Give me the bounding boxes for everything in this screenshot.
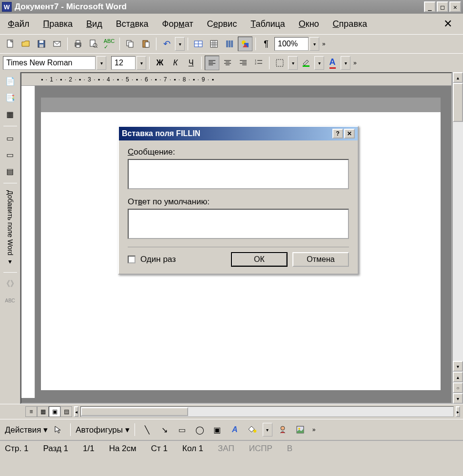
wordart-button[interactable]: A bbox=[228, 422, 242, 437]
scroll-thumb[interactable] bbox=[453, 83, 463, 122]
paragraph-marks-button[interactable]: ¶ bbox=[259, 37, 273, 51]
align-center-button[interactable] bbox=[220, 56, 235, 70]
menu-table[interactable]: Таблица bbox=[251, 19, 285, 29]
insert-image-button[interactable] bbox=[293, 422, 308, 437]
view-outline-button[interactable]: ▤ bbox=[60, 406, 72, 417]
line-button[interactable]: ╲ bbox=[140, 422, 154, 437]
hscroll-right-button[interactable]: ▸ bbox=[456, 406, 460, 417]
browse-object-button[interactable]: ○ bbox=[453, 382, 463, 393]
hscroll-thumb[interactable] bbox=[81, 407, 188, 416]
table-button[interactable] bbox=[191, 37, 206, 51]
menu-tools[interactable]: Сервис bbox=[207, 19, 237, 29]
fill-color-dropdown[interactable]: ▾ bbox=[263, 423, 272, 436]
print-button[interactable] bbox=[71, 37, 85, 51]
font-name-input[interactable]: Times New Roman bbox=[3, 56, 96, 70]
menu-window[interactable]: Окно bbox=[299, 19, 319, 29]
minimize-button[interactable]: _ bbox=[424, 1, 436, 12]
clip-art-button[interactable] bbox=[275, 422, 290, 437]
border-dropdown[interactable]: ▾ bbox=[288, 56, 298, 70]
drawing-button[interactable] bbox=[238, 37, 252, 51]
vertical-ruler[interactable] bbox=[21, 86, 35, 398]
add-word-field-button[interactable]: Добавить поле Word ▾ bbox=[6, 188, 14, 267]
menu-help[interactable]: Справка bbox=[333, 19, 367, 29]
side-btn-4[interactable]: ▭ bbox=[3, 131, 18, 145]
close-document-button[interactable]: ✕ bbox=[441, 18, 455, 30]
pilcrow-icon: ¶ bbox=[264, 39, 269, 49]
underline-button[interactable]: Ч bbox=[184, 56, 198, 70]
border-button[interactable] bbox=[272, 56, 287, 70]
side-btn-5[interactable]: ▭ bbox=[3, 148, 18, 161]
oval-button[interactable]: ◯ bbox=[193, 422, 207, 437]
side-btn-3[interactable]: ▦ bbox=[3, 107, 18, 121]
cancel-button[interactable]: Отмена bbox=[292, 252, 349, 267]
menu-insert[interactable]: Вставка bbox=[116, 19, 149, 29]
arrow-button[interactable]: ↘ bbox=[157, 422, 172, 437]
close-button[interactable]: ✕ bbox=[449, 1, 461, 12]
align-left-button[interactable] bbox=[205, 56, 219, 70]
open-button[interactable] bbox=[19, 37, 33, 51]
svg-rect-24 bbox=[229, 40, 231, 47]
dialog-help-button[interactable]: ? bbox=[332, 129, 343, 139]
ok-button[interactable]: ОК bbox=[231, 252, 288, 267]
view-print-button[interactable]: ▣ bbox=[49, 406, 60, 417]
side-btn-1[interactable]: 📄 bbox=[3, 74, 18, 88]
undo-button[interactable]: ↶ bbox=[159, 37, 174, 51]
view-web-button[interactable]: ▦ bbox=[37, 406, 49, 417]
dialog-close-button[interactable]: ✕ bbox=[344, 129, 355, 139]
new-doc-button[interactable] bbox=[3, 37, 18, 51]
horizontal-ruler[interactable]: ▪ · 1 · ▪ · 2 · ▪ · 3 · ▪ · 4 · ▪ · 5 · … bbox=[21, 73, 451, 86]
zoom-value[interactable]: 100% bbox=[274, 37, 309, 51]
menu-file[interactable]: Файл bbox=[8, 19, 29, 29]
font-size-dropdown[interactable]: ▾ bbox=[136, 56, 146, 70]
side-btn-abc[interactable]: ABC bbox=[3, 294, 18, 308]
font-color-button[interactable]: А bbox=[325, 56, 340, 70]
menu-edit[interactable]: Правка bbox=[43, 19, 73, 29]
hscroll-left-button[interactable]: ◂ bbox=[74, 406, 78, 417]
side-btn-nav[interactable]: 《》 bbox=[3, 278, 18, 291]
menu-view[interactable]: Вид bbox=[86, 19, 102, 29]
bold-button[interactable]: Ж bbox=[153, 56, 167, 70]
side-btn-6[interactable]: ▤ bbox=[3, 164, 18, 178]
numbered-list-button[interactable]: 12 bbox=[251, 56, 266, 70]
zoom-dropdown[interactable]: ▾ bbox=[309, 37, 319, 51]
align-right-button[interactable] bbox=[236, 56, 251, 70]
highlight-dropdown[interactable]: ▾ bbox=[314, 56, 324, 70]
copy-button[interactable] bbox=[123, 37, 137, 51]
vertical-scrollbar[interactable]: ▴ ▾ ▴ ○ ▾ bbox=[452, 72, 463, 404]
toolbar-more-2[interactable]: » bbox=[351, 60, 359, 66]
textbox-button[interactable]: ▣ bbox=[210, 422, 225, 437]
highlight-button[interactable] bbox=[299, 56, 313, 70]
italic-button[interactable]: К bbox=[168, 56, 183, 70]
autoshapes-menu[interactable]: Автофигуры ▾ bbox=[76, 425, 129, 435]
side-btn-2[interactable]: 📑 bbox=[3, 91, 18, 104]
font-name-dropdown[interactable]: ▾ bbox=[96, 56, 106, 70]
font-color-dropdown[interactable]: ▾ bbox=[341, 56, 350, 70]
font-size-input[interactable]: 12 bbox=[111, 56, 135, 70]
mail-button[interactable] bbox=[50, 37, 64, 51]
view-normal-button[interactable]: ≡ bbox=[25, 406, 37, 417]
save-button[interactable] bbox=[34, 37, 49, 51]
message-input[interactable] bbox=[128, 159, 349, 189]
select-arrow-button[interactable] bbox=[51, 422, 65, 437]
actions-menu[interactable]: Действия ▾ bbox=[5, 425, 48, 435]
browse-prev-button[interactable]: ▴ bbox=[453, 372, 463, 382]
fill-color-button[interactable] bbox=[245, 422, 260, 437]
toolbar-more-1[interactable]: » bbox=[320, 40, 328, 47]
once-checkbox[interactable] bbox=[128, 256, 135, 263]
paste-button[interactable] bbox=[138, 37, 153, 51]
browse-next-button[interactable]: ▾ bbox=[453, 393, 463, 404]
horizontal-scrollbar[interactable] bbox=[80, 406, 454, 417]
dialog-title-bar[interactable]: Вставка поля FILLIN ? ✕ bbox=[119, 127, 358, 140]
rectangle-button[interactable]: ▭ bbox=[175, 422, 190, 437]
preview-button[interactable] bbox=[86, 37, 101, 51]
scroll-down-button[interactable]: ▾ bbox=[453, 361, 463, 372]
maximize-button[interactable]: □ bbox=[437, 1, 448, 12]
drawbar-more[interactable]: » bbox=[310, 426, 318, 433]
scroll-up-button[interactable]: ▴ bbox=[453, 72, 463, 83]
columns-button[interactable] bbox=[222, 37, 237, 51]
menu-format[interactable]: Формат bbox=[162, 19, 193, 29]
undo-dropdown[interactable]: ▾ bbox=[175, 37, 185, 51]
excel-button[interactable] bbox=[207, 37, 221, 51]
spellcheck-button[interactable]: ABC✓ bbox=[102, 37, 116, 51]
default-input[interactable] bbox=[128, 209, 349, 239]
